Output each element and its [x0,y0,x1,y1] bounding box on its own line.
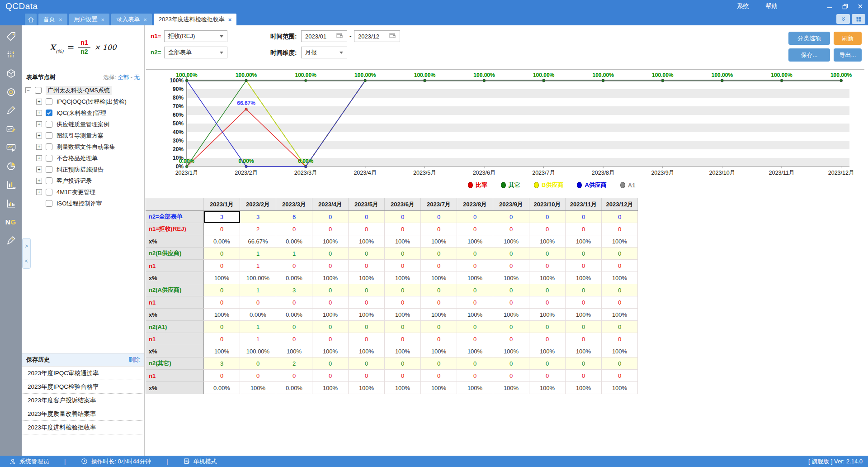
tree-item-0[interactable]: +IPQC|OQC(过程检|出货检) [25,96,144,107]
tree-checkbox[interactable] [46,166,52,173]
tree-item-root[interactable]: −广州太友科技-QMS系统 [25,85,144,96]
table-cell[interactable]: 0 [493,321,529,333]
table-cell[interactable]: 0 [493,211,529,223]
table-cell[interactable]: 0 [602,260,638,272]
table-cell[interactable]: 100% [457,345,493,357]
table-cell[interactable]: 0 [566,260,602,272]
table-cell[interactable]: 0 [312,296,349,309]
history-item[interactable]: 2023年度客户投诉结案率 [22,394,144,407]
table-cell[interactable]: 100% [385,309,421,321]
expand-node-icon[interactable]: + [36,167,42,172]
select-none-link[interactable]: 无 [134,74,140,81]
expand-node-icon[interactable]: + [36,110,42,116]
table-cell[interactable]: 100% [385,382,421,394]
table-cell[interactable]: 0 [529,370,566,382]
tree-checkbox[interactable] [46,200,52,207]
table-cell[interactable]: 0 [349,284,385,296]
n2-select[interactable]: 全部表单 [164,47,227,58]
table-cell[interactable]: 0 [312,223,349,235]
table-cell[interactable]: 0.00% [204,382,240,394]
table-cell[interactable]: 0 [349,333,385,345]
collapse-panel-icon[interactable]: < [23,253,30,268]
history-item[interactable]: 2023年度IPQC检验合格率 [22,380,144,394]
menu-system[interactable]: 系统 [737,2,749,10]
tree-checkbox[interactable] [46,177,52,184]
tab-close-icon[interactable]: × [143,16,147,23]
legend-item-比率[interactable]: 比率 [468,181,487,189]
table-cell[interactable]: 0 [276,223,312,235]
table-cell[interactable]: 100% [602,345,638,357]
table-cell[interactable]: 0 [204,370,240,382]
table-cell[interactable]: 0 [529,211,566,223]
expand-node-icon[interactable]: + [36,144,42,150]
table-cell[interactable]: 0 [529,248,566,260]
legend-item-B供应商[interactable]: B供应商 [534,181,563,189]
table-cell[interactable]: 0 [457,284,493,296]
table-cell[interactable]: 0 [385,296,421,309]
table-cell[interactable]: 0 [421,370,457,382]
table-cell[interactable]: 0 [457,248,493,260]
table-cell[interactable]: 1 [240,321,276,333]
table-cell[interactable]: 0 [457,260,493,272]
table-cell[interactable]: 0 [457,357,493,370]
tree-checkbox[interactable] [46,189,52,195]
table-cell[interactable]: 0 [385,357,421,370]
table-cell[interactable]: 100% [493,272,529,284]
table-cell[interactable]: 100% [312,382,349,394]
table-cell[interactable]: 0 [566,333,602,345]
table-cell[interactable]: 100% [385,345,421,357]
table-cell[interactable]: 0 [349,260,385,272]
table-cell[interactable]: 100% [204,272,240,284]
table-cell[interactable]: 100% [204,309,240,321]
table-cell[interactable]: 0.00% [240,309,276,321]
table-cell[interactable]: 100% [493,345,529,357]
table-cell[interactable]: 100% [457,272,493,284]
grid-view-icon[interactable] [852,14,865,24]
table-cell[interactable]: 100% [385,272,421,284]
ng-icon[interactable]: NG [5,215,17,228]
table-cell[interactable]: 0 [421,321,457,333]
table-cell[interactable]: 0 [204,260,240,272]
tree-item-2[interactable]: +供应链质量管理案例 [25,119,144,130]
table-cell[interactable]: 6 [276,211,312,223]
table-cell[interactable]: 0 [493,357,529,370]
table-cell[interactable]: 100% [276,345,312,357]
expand-node-icon[interactable]: + [36,99,42,105]
table-cell[interactable]: 0 [566,357,602,370]
table-cell[interactable]: 0 [457,296,493,309]
table-cell[interactable]: 0 [312,333,349,345]
tree-item-9[interactable]: +ISO过程控制评审 [25,198,144,209]
table-cell[interactable]: 1 [240,248,276,260]
tree-item-7[interactable]: +客户投诉记录 [25,175,144,186]
table-cell[interactable]: 100% [457,382,493,394]
table-cell[interactable]: 0 [457,321,493,333]
table-cell[interactable]: 100% [529,382,566,394]
table-cell[interactable]: 100% [204,345,240,357]
table-cell[interactable]: 1 [240,260,276,272]
table-cell[interactable]: 3 [240,211,276,223]
tab-close-icon[interactable]: × [101,16,105,23]
table-cell[interactable]: 0 [457,370,493,382]
tree-item-3[interactable]: +图纸引导测量方案 [25,130,144,141]
table-cell[interactable]: 100% [349,382,385,394]
filter-icon[interactable] [5,48,17,61]
table-cell[interactable]: 0 [493,284,529,296]
table-cell[interactable]: 0 [349,296,385,309]
table-cell[interactable]: 0 [602,211,638,223]
history-item[interactable]: 2023年度质量改善结案率 [22,407,144,421]
table-cell[interactable]: 100% [421,272,457,284]
table-cell[interactable]: 0 [385,321,421,333]
table-cell[interactable]: 0 [602,296,638,309]
history-item[interactable]: 2023年度进料检验拒收率 [22,421,144,434]
table-cell[interactable]: 0 [385,248,421,260]
legend-item-A1[interactable]: A1 [620,182,636,189]
tree-checkbox[interactable] [46,132,52,139]
table-cell[interactable]: 0 [204,296,240,309]
table-cell[interactable]: 0 [493,260,529,272]
table-cell[interactable]: 100% [602,309,638,321]
legend-item-A供应商[interactable]: A供应商 [577,181,606,189]
tree-item-1[interactable]: +IQC(来料检查)管理 [25,107,144,119]
table-cell[interactable]: 100% [421,345,457,357]
table-cell[interactable]: 0 [312,211,349,223]
tree-checkbox[interactable] [46,121,52,128]
